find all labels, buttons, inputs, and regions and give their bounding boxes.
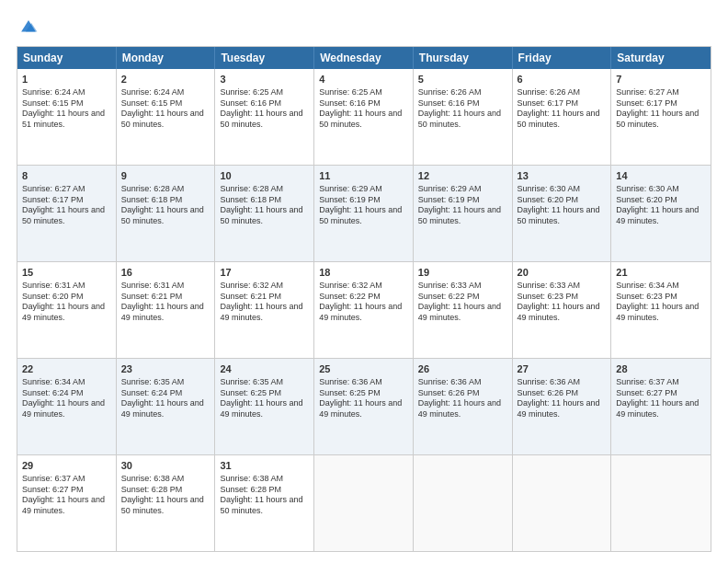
day-number: 17	[220, 266, 309, 280]
calendar-cell-day-9: 9 Sunrise: 6:28 AM Sunset: 6:18 PM Dayli…	[117, 166, 216, 261]
calendar-cell-day-15: 15 Sunrise: 6:31 AM Sunset: 6:20 PM Dayl…	[17, 262, 117, 358]
day-number: 30	[121, 459, 210, 473]
cell-info: Sunrise: 6:32 AM Sunset: 6:21 PM Dayligh…	[220, 281, 309, 324]
day-number: 21	[616, 266, 706, 280]
day-number: 22	[22, 362, 111, 376]
logo-text	[17, 17, 39, 37]
cell-info: Sunrise: 6:26 AM Sunset: 6:17 PM Dayligh…	[518, 87, 607, 131]
day-number: 1	[22, 73, 111, 86]
calendar-cell-day-3: 3 Sunrise: 6:25 AM Sunset: 6:16 PM Dayli…	[215, 69, 314, 165]
calendar-cell-day-6: 6 Sunrise: 6:26 AM Sunset: 6:17 PM Dayli…	[513, 69, 612, 165]
calendar-body: 1 Sunrise: 6:24 AM Sunset: 6:15 PM Dayli…	[17, 69, 711, 551]
cell-info: Sunrise: 6:24 AM Sunset: 6:15 PM Dayligh…	[121, 87, 210, 131]
logo-icon	[18, 17, 39, 37]
day-number: 10	[220, 169, 309, 183]
cell-info: Sunrise: 6:29 AM Sunset: 6:19 PM Dayligh…	[418, 184, 507, 227]
calendar-cell-day-1: 1 Sunrise: 6:24 AM Sunset: 6:15 PM Dayli…	[17, 69, 117, 165]
day-number: 5	[418, 73, 507, 86]
day-number: 9	[121, 169, 210, 183]
cell-info: Sunrise: 6:34 AM Sunset: 6:24 PM Dayligh…	[22, 377, 111, 420]
calendar-cell-empty	[414, 455, 513, 551]
cell-info: Sunrise: 6:36 AM Sunset: 6:25 PM Dayligh…	[319, 377, 408, 420]
header-day-thursday: Thursday	[414, 47, 513, 69]
cell-info: Sunrise: 6:37 AM Sunset: 6:27 PM Dayligh…	[22, 474, 111, 517]
day-number: 24	[220, 362, 309, 376]
cell-info: Sunrise: 6:29 AM Sunset: 6:19 PM Dayligh…	[319, 184, 408, 227]
calendar-cell-empty	[314, 455, 414, 551]
calendar-cell-day-16: 16 Sunrise: 6:31 AM Sunset: 6:21 PM Dayl…	[117, 262, 216, 358]
cell-info: Sunrise: 6:26 AM Sunset: 6:16 PM Dayligh…	[418, 87, 507, 131]
calendar-row-2: 8 Sunrise: 6:27 AM Sunset: 6:17 PM Dayli…	[17, 165, 711, 261]
day-number: 15	[22, 266, 111, 280]
header-day-tuesday: Tuesday	[215, 47, 314, 69]
cell-info: Sunrise: 6:27 AM Sunset: 6:17 PM Dayligh…	[616, 87, 706, 131]
day-number: 6	[518, 73, 607, 86]
day-number: 31	[220, 459, 309, 473]
calendar-cell-day-29: 29 Sunrise: 6:37 AM Sunset: 6:27 PM Dayl…	[17, 455, 117, 551]
cell-info: Sunrise: 6:25 AM Sunset: 6:16 PM Dayligh…	[220, 87, 309, 131]
calendar-header: SundayMondayTuesdayWednesdayThursdayFrid…	[17, 47, 711, 69]
day-number: 4	[319, 73, 408, 86]
calendar-cell-day-20: 20 Sunrise: 6:33 AM Sunset: 6:23 PM Dayl…	[513, 262, 612, 358]
calendar-cell-day-19: 19 Sunrise: 6:33 AM Sunset: 6:22 PM Dayl…	[414, 262, 513, 358]
cell-info: Sunrise: 6:38 AM Sunset: 6:28 PM Dayligh…	[220, 474, 309, 517]
cell-info: Sunrise: 6:30 AM Sunset: 6:20 PM Dayligh…	[518, 184, 607, 227]
day-number: 16	[121, 266, 210, 280]
cell-info: Sunrise: 6:33 AM Sunset: 6:22 PM Dayligh…	[418, 281, 507, 324]
cell-info: Sunrise: 6:31 AM Sunset: 6:20 PM Dayligh…	[22, 281, 111, 324]
day-number: 2	[121, 73, 210, 86]
cell-info: Sunrise: 6:34 AM Sunset: 6:23 PM Dayligh…	[616, 281, 706, 324]
cell-info: Sunrise: 6:27 AM Sunset: 6:17 PM Dayligh…	[22, 184, 111, 227]
day-number: 28	[616, 362, 706, 376]
calendar-cell-day-25: 25 Sunrise: 6:36 AM Sunset: 6:25 PM Dayl…	[314, 359, 414, 454]
day-number: 8	[22, 169, 111, 183]
calendar-cell-day-7: 7 Sunrise: 6:27 AM Sunset: 6:17 PM Dayli…	[611, 69, 711, 165]
header-day-saturday: Saturday	[611, 47, 711, 69]
header-day-monday: Monday	[117, 47, 216, 69]
day-number: 13	[518, 169, 607, 183]
calendar-cell-day-18: 18 Sunrise: 6:32 AM Sunset: 6:22 PM Dayl…	[314, 262, 414, 358]
calendar-cell-empty	[513, 455, 612, 551]
calendar-cell-day-11: 11 Sunrise: 6:29 AM Sunset: 6:19 PM Dayl…	[314, 166, 414, 261]
calendar-cell-day-17: 17 Sunrise: 6:32 AM Sunset: 6:21 PM Dayl…	[215, 262, 314, 358]
calendar-cell-day-12: 12 Sunrise: 6:29 AM Sunset: 6:19 PM Dayl…	[414, 166, 513, 261]
calendar-cell-day-4: 4 Sunrise: 6:25 AM Sunset: 6:16 PM Dayli…	[314, 69, 414, 165]
day-number: 12	[418, 169, 507, 183]
day-number: 18	[319, 266, 408, 280]
calendar-cell-day-14: 14 Sunrise: 6:30 AM Sunset: 6:20 PM Dayl…	[611, 166, 711, 261]
calendar-cell-day-27: 27 Sunrise: 6:36 AM Sunset: 6:26 PM Dayl…	[513, 359, 612, 454]
cell-info: Sunrise: 6:37 AM Sunset: 6:27 PM Dayligh…	[616, 377, 706, 420]
cell-info: Sunrise: 6:36 AM Sunset: 6:26 PM Dayligh…	[418, 377, 507, 420]
day-number: 11	[319, 169, 408, 183]
cell-info: Sunrise: 6:28 AM Sunset: 6:18 PM Dayligh…	[220, 184, 309, 227]
day-number: 23	[121, 362, 210, 376]
day-number: 26	[418, 362, 507, 376]
day-number: 20	[518, 266, 607, 280]
header	[17, 17, 711, 37]
cell-info: Sunrise: 6:31 AM Sunset: 6:21 PM Dayligh…	[121, 281, 210, 324]
calendar-cell-day-23: 23 Sunrise: 6:35 AM Sunset: 6:24 PM Dayl…	[117, 359, 216, 454]
day-number: 27	[518, 362, 607, 376]
logo	[17, 17, 39, 37]
calendar-cell-day-5: 5 Sunrise: 6:26 AM Sunset: 6:16 PM Dayli…	[414, 69, 513, 165]
cell-info: Sunrise: 6:38 AM Sunset: 6:28 PM Dayligh…	[121, 474, 210, 517]
cell-info: Sunrise: 6:32 AM Sunset: 6:22 PM Dayligh…	[319, 281, 408, 324]
day-number: 3	[220, 73, 309, 86]
calendar-cell-day-8: 8 Sunrise: 6:27 AM Sunset: 6:17 PM Dayli…	[17, 166, 117, 261]
day-number: 29	[22, 459, 111, 473]
cell-info: Sunrise: 6:24 AM Sunset: 6:15 PM Dayligh…	[22, 87, 111, 131]
calendar-cell-day-10: 10 Sunrise: 6:28 AM Sunset: 6:18 PM Dayl…	[215, 166, 314, 261]
calendar-row-3: 15 Sunrise: 6:31 AM Sunset: 6:20 PM Dayl…	[17, 261, 711, 358]
cell-info: Sunrise: 6:36 AM Sunset: 6:26 PM Dayligh…	[518, 377, 607, 420]
calendar-cell-day-28: 28 Sunrise: 6:37 AM Sunset: 6:27 PM Dayl…	[611, 359, 711, 454]
cell-info: Sunrise: 6:25 AM Sunset: 6:16 PM Dayligh…	[319, 87, 408, 131]
cell-info: Sunrise: 6:35 AM Sunset: 6:24 PM Dayligh…	[121, 377, 210, 420]
day-number: 7	[616, 73, 706, 86]
calendar-cell-day-24: 24 Sunrise: 6:35 AM Sunset: 6:25 PM Dayl…	[215, 359, 314, 454]
page: SundayMondayTuesdayWednesdayThursdayFrid…	[0, 0, 728, 563]
header-day-sunday: Sunday	[17, 47, 117, 69]
cell-info: Sunrise: 6:30 AM Sunset: 6:20 PM Dayligh…	[616, 184, 706, 227]
header-day-wednesday: Wednesday	[314, 47, 414, 69]
calendar-row-1: 1 Sunrise: 6:24 AM Sunset: 6:15 PM Dayli…	[17, 69, 711, 165]
calendar-row-5: 29 Sunrise: 6:37 AM Sunset: 6:27 PM Dayl…	[17, 454, 711, 551]
